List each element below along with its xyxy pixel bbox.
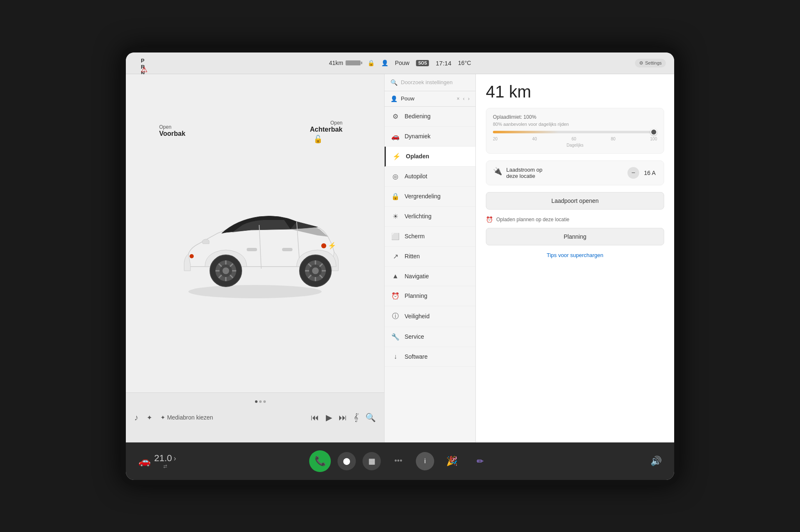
user-controls: × ‹ › bbox=[457, 96, 470, 102]
info-button[interactable]: i bbox=[416, 452, 434, 470]
settings-chip[interactable]: ⚙ Settings bbox=[635, 59, 666, 67]
autopilot-label: Autopilot bbox=[405, 173, 427, 180]
menu-item-veiligheid[interactable]: ⓘ Veiligheid bbox=[385, 306, 475, 327]
menu-item-vergrendeling[interactable]: 🔒 Vergrendeling bbox=[385, 187, 475, 207]
user-ctrl-3[interactable]: › bbox=[468, 96, 470, 102]
battery-km: 41km bbox=[329, 60, 360, 66]
service-icon: 🔧 bbox=[391, 333, 400, 341]
charge-slider-thumb[interactable] bbox=[650, 129, 657, 135]
party-button[interactable]: 🎉 bbox=[441, 450, 462, 472]
menu-item-planning[interactable]: ⏰ Planning bbox=[385, 286, 475, 306]
supercharge-link[interactable]: Tips voor superchargen bbox=[486, 252, 664, 258]
car-bottom-icon: 🚗 bbox=[138, 455, 151, 467]
dynamiek-icon: 🚗 bbox=[391, 132, 400, 140]
phone-button[interactable]: 📞 bbox=[309, 450, 331, 472]
phone-icon: 📞 bbox=[315, 456, 326, 467]
charge-location-box: 🔌 Laadstroom opdeze locatie − 16 A bbox=[486, 160, 664, 185]
main-content: Open Voorbak Open Achterbak 🔓 bbox=[126, 74, 674, 442]
time-display: 17:14 bbox=[436, 60, 452, 67]
scherm-icon: ⬜ bbox=[391, 232, 400, 240]
navigatie-icon: ▲ bbox=[391, 272, 400, 280]
menu-item-verlichting[interactable]: ☀ Verlichting bbox=[385, 207, 475, 227]
charge-limit-subtitle: 80% aanbevolen voor dagelijks rijden bbox=[493, 122, 657, 127]
search-icon: 🔍 bbox=[390, 79, 398, 86]
search-input[interactable]: Doorzoek instellingen bbox=[401, 79, 470, 85]
menu-item-scherm[interactable]: ⬜ Scherm bbox=[385, 227, 475, 247]
media-bar: ♪ ✦ ✦ Mediabron kiezen ⏮ ▶ ⏭ 𝄟 🔍 bbox=[126, 392, 384, 442]
user-name-status: Pouw bbox=[395, 60, 410, 66]
search-bar: 🔍 Doorzoek instellingen bbox=[385, 74, 475, 91]
planning-icon: ⏰ bbox=[391, 292, 400, 300]
svg-rect-4 bbox=[282, 248, 292, 251]
open-port-button[interactable]: Laadpoort openen bbox=[486, 192, 664, 210]
charge-plug-icon: 🔌 bbox=[493, 167, 502, 176]
user-ctrl-1[interactable]: × bbox=[457, 96, 460, 102]
menu-grid-icon: ▦ bbox=[368, 457, 375, 466]
volume-icon[interactable]: 🔊 bbox=[650, 456, 662, 467]
verlichting-label: Verlichting bbox=[405, 213, 432, 220]
scherm-label: Scherm bbox=[405, 233, 425, 240]
menu-item-dynamiek[interactable]: 🚗 Dynamiek bbox=[385, 127, 475, 147]
screen-bezel: P R N D ⚠ 41km 🔒 👤 Pouw SOS 17:14 16°C bbox=[121, 47, 679, 485]
software-label: Software bbox=[405, 353, 428, 360]
screen-inner: P R N D ⚠ 41km 🔒 👤 Pouw SOS 17:14 16°C bbox=[126, 52, 674, 480]
menu-item-software[interactable]: ↓ Software bbox=[385, 347, 475, 367]
search-media-button[interactable]: 🔍 bbox=[365, 412, 376, 422]
user-status-icon: 👤 bbox=[381, 60, 388, 66]
dot-2 bbox=[259, 400, 262, 403]
svg-point-31 bbox=[190, 254, 194, 258]
amp-decrease-button[interactable]: − bbox=[628, 167, 639, 179]
battery-bar bbox=[346, 60, 361, 65]
menu-grid-button[interactable]: ▦ bbox=[362, 452, 381, 470]
plan-charge-label: ⏰ Opladen plannen op deze locatie bbox=[486, 216, 664, 223]
left-panel: Open Voorbak Open Achterbak 🔓 bbox=[126, 74, 384, 442]
equalizer-button[interactable]: 𝄟 bbox=[354, 413, 359, 422]
planning-button[interactable]: Planning bbox=[486, 228, 664, 245]
veiligheid-label: Veiligheid bbox=[405, 313, 430, 320]
planning-label: Planning bbox=[405, 292, 428, 299]
menu-item-ritten[interactable]: ↗ Ritten bbox=[385, 247, 475, 267]
camera-button[interactable]: ⬤ bbox=[338, 452, 356, 470]
ritten-label: Ritten bbox=[405, 253, 420, 260]
prev-track-button[interactable]: ⏮ bbox=[311, 413, 319, 422]
veiligheid-icon: ⓘ bbox=[391, 312, 400, 321]
temp-chevron-icon: › bbox=[174, 454, 176, 463]
menu-item-service[interactable]: 🔧 Service bbox=[385, 327, 475, 347]
menu-item-bediening[interactable]: ⚙ Bediening bbox=[385, 107, 475, 127]
bluetooth-icon: ✦ bbox=[147, 414, 152, 422]
menu-item-navigatie[interactable]: ▲ Navigatie bbox=[385, 267, 475, 286]
charge-km-title: 41 km bbox=[486, 82, 664, 101]
opladen-label: Opladen bbox=[406, 153, 429, 160]
user-ctrl-2[interactable]: ‹ bbox=[463, 96, 465, 102]
charge-limit-box: Oplaadlimiet: 100% 80% aanbevolen voor d… bbox=[486, 108, 664, 154]
svg-point-8 bbox=[222, 267, 229, 274]
temperature-control[interactable]: 21.0 › ⇄ bbox=[154, 453, 176, 469]
play-button[interactable]: ▶ bbox=[326, 412, 332, 422]
autopilot-icon: ◎ bbox=[391, 172, 400, 180]
menu-list: ⚙ Bediening 🚗 Dynamiek ⚡ Opladen ◎ Autop… bbox=[385, 107, 475, 442]
media-source-label[interactable]: ✦ Mediabron kiezen bbox=[160, 414, 213, 421]
more-options-button[interactable]: ••• bbox=[388, 450, 409, 472]
dot-1 bbox=[255, 400, 258, 403]
alert-icon: ⚠ bbox=[141, 65, 148, 74]
vergrendeling-label: Vergrendeling bbox=[405, 193, 440, 200]
info-icon: i bbox=[424, 457, 426, 465]
label-achterbak[interactable]: Open Achterbak bbox=[310, 120, 342, 133]
clock-icon: ⏰ bbox=[486, 216, 493, 223]
slider-labels: 20 40 60 80 100 bbox=[493, 137, 657, 141]
label-voorbak[interactable]: Open Voorbak bbox=[159, 124, 185, 137]
menu-item-opladen[interactable]: ⚡ Opladen bbox=[385, 147, 475, 167]
charge-location-title: Laadstroom opdeze locatie bbox=[506, 167, 542, 179]
sos-badge: SOS bbox=[416, 60, 429, 66]
lock-status-icon: 🔒 bbox=[368, 60, 375, 66]
menu-item-autopilot[interactable]: ◎ Autopilot bbox=[385, 167, 475, 187]
settings-menu: 🔍 Doorzoek instellingen 👤 Pouw × ‹ › bbox=[384, 74, 476, 442]
camera-icon: ⬤ bbox=[343, 457, 350, 465]
charge-slider-track[interactable] bbox=[493, 131, 657, 133]
next-track-button[interactable]: ⏭ bbox=[339, 413, 347, 422]
music-icon: ♪ bbox=[134, 413, 138, 422]
charge-location-left: 🔌 Laadstroom opdeze locatie bbox=[493, 167, 542, 179]
pen-button[interactable]: ✏ bbox=[469, 450, 491, 472]
ritten-icon: ↗ bbox=[391, 252, 400, 260]
media-controls: ⏮ ▶ ⏭ 𝄟 🔍 bbox=[311, 412, 376, 422]
